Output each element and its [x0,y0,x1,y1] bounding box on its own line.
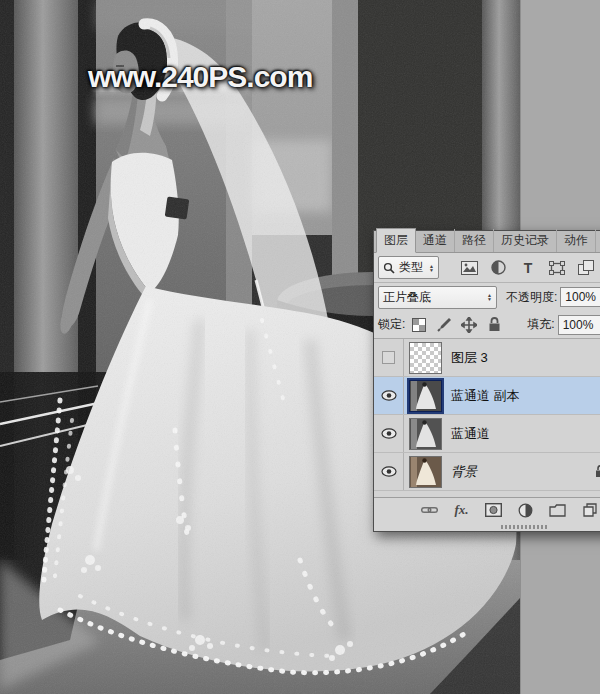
layer-filter-row: 类型 ▲▼ T [374,253,600,283]
panel-resize-grip[interactable] [374,522,600,531]
panel-tab-bar: 图层 通道 路径 历史记录 动作 [374,231,600,253]
watermark-text: www.240PS.com [88,60,312,94]
eye-icon [381,466,397,477]
layer-thumbnail-grayscale[interactable] [409,418,442,450]
layer-name: 背景 [451,463,477,481]
new-layer-icon[interactable] [580,501,599,519]
adjustment-layer-icon[interactable] [516,501,535,519]
new-group-icon[interactable] [548,501,567,519]
opacity-field[interactable]: 100% [560,287,600,307]
pixel-layer-filter-icon[interactable] [461,259,479,277]
layer-thumbnail-sepia[interactable] [409,456,442,488]
add-mask-icon[interactable] [484,501,503,519]
adjustment-layer-filter-icon[interactable] [490,259,508,277]
layer-row-layer3[interactable]: 图层 3 [374,339,600,377]
tab-actions[interactable]: 动作 [557,229,596,252]
filter-kind-label: 类型 [399,259,423,276]
layer-row-blue-channel-copy[interactable]: 蓝通道 副本 [374,377,600,415]
panel-toolbar: fx. [374,497,600,522]
layer-thumbnail-grayscale[interactable] [409,380,442,412]
background-lock-icon [595,465,600,478]
shape-layer-filter-icon[interactable] [548,259,566,277]
lock-all-icon[interactable] [485,316,503,334]
layer-style-icon[interactable]: fx. [452,501,471,519]
tab-channels[interactable]: 通道 [416,229,455,252]
layer-name: 蓝通道 副本 [451,387,520,405]
layer-row-blue-channel[interactable]: 蓝通道 [374,415,600,453]
visibility-toggle[interactable] [374,415,404,452]
blend-mode-select[interactable]: 正片叠底 ▲▼ [378,286,497,309]
smart-object-filter-icon[interactable] [577,259,595,277]
layer-list: 图层 3 蓝通道 副本 蓝通道 [374,339,600,491]
layer-thumbnail-transparent[interactable] [409,342,442,374]
lock-row: 锁定: 填充: 100% [374,311,600,339]
search-icon [383,262,395,274]
opacity-label: 不透明度: [506,289,557,306]
tab-layers[interactable]: 图层 [376,228,416,253]
filter-type-icons: T [461,259,595,277]
eye-icon [381,428,397,439]
fill-label: 填充: [527,316,554,333]
filter-kind-combobox[interactable]: 类型 ▲▼ [378,256,439,279]
visibility-toggle[interactable] [374,339,404,376]
visibility-toggle[interactable] [374,377,404,414]
lock-pixels-icon[interactable] [435,316,453,334]
type-layer-filter-icon[interactable]: T [519,259,537,277]
tab-history[interactable]: 历史记录 [494,229,557,252]
visibility-toggle[interactable] [374,453,404,490]
layer-name: 蓝通道 [451,425,490,443]
svg-text:T: T [524,261,533,275]
tab-paths[interactable]: 路径 [455,229,494,252]
fill-field[interactable]: 100% [558,315,600,335]
blend-mode-row: 正片叠底 ▲▼ 不透明度: 100% [374,283,600,311]
layer-row-background[interactable]: 背景 [374,453,600,491]
eye-icon [381,390,397,401]
screenshot-root: www.240PS.com 图层 通道 路径 历史记录 动作 类型 ▲▼ [0,0,600,694]
layer-name: 图层 3 [451,349,488,367]
lock-transparency-icon[interactable] [410,316,428,334]
link-layers-icon[interactable] [420,501,439,519]
lock-label: 锁定: [378,316,405,333]
updown-arrows-icon: ▲▼ [487,293,492,301]
layers-panel: 图层 通道 路径 历史记录 动作 类型 ▲▼ [373,230,600,532]
eye-hidden-icon [382,351,395,364]
lock-icons [410,316,503,334]
updown-arrows-icon: ▲▼ [429,264,434,272]
lock-position-icon[interactable] [460,316,478,334]
blend-mode-value: 正片叠底 [383,289,431,306]
